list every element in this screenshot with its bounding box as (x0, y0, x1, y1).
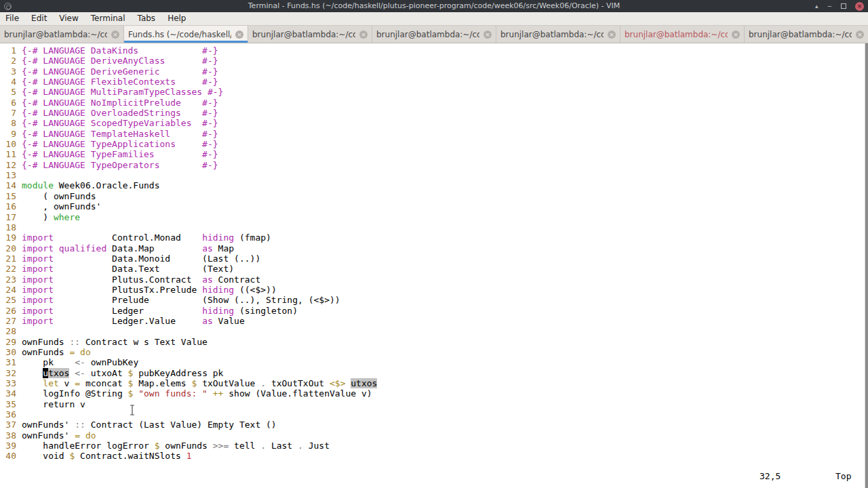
line-number: 17 (0, 212, 16, 222)
menu-view[interactable]: View (53, 12, 84, 25)
code-line: 32 utxos <- utxoAt $ pubKeyAddress pk (0, 368, 864, 378)
line-number: 7 (0, 108, 16, 118)
code-line: 22import Data.Text (Text) (0, 264, 864, 274)
code-text: import qualified Data.Map as Map (22, 243, 234, 253)
code-line: 21import Data.Monoid (Last (..)) (0, 253, 864, 264)
code-text: , ownFunds' (22, 201, 101, 211)
line-number: 28 (0, 326, 16, 336)
line-number: 32 (0, 368, 16, 378)
tab-close-icon[interactable]: × (359, 30, 368, 39)
code-text: handleError logError $ ownFunds >>= tell… (22, 441, 330, 451)
code-line: 30ownFunds = do (0, 347, 864, 357)
code-line: 25import Prelude (Show (..), String, (<$… (0, 295, 864, 305)
menu-tabs[interactable]: Tabs (132, 12, 162, 25)
code-line: 39 handleError logError $ ownFunds >>= t… (0, 441, 864, 451)
code-text: logInfo @String $ "own funds: " ++ show … (22, 388, 372, 399)
tab-shell-4[interactable]: brunjlar@batlambda:~/code/... × (496, 26, 620, 43)
line-number: 39 (0, 441, 16, 451)
code-text: let v = mconcat $ Map.elems $ txOutValue… (22, 378, 377, 388)
code-text: ( ownFunds (22, 191, 96, 201)
close-window-icon[interactable]: × (855, 2, 864, 11)
line-number: 38 (0, 430, 16, 441)
menu-help[interactable]: Help (161, 12, 192, 25)
line-number: 36 (0, 409, 16, 420)
code-text: {-# LANGUAGE DeriveAnyClass #-} (22, 56, 218, 66)
code-text: {-# LANGUAGE TypeOperators #-} (22, 160, 218, 170)
code-text: {-# LANGUAGE DeriveGeneric #-} (22, 66, 218, 77)
code-line: 15 ( ownFunds (0, 191, 864, 201)
window-controls: ▴ − × (815, 0, 864, 12)
code-text: {-# LANGUAGE ScopedTypeVariables #-} (22, 118, 218, 128)
menu-terminal[interactable]: Terminal (85, 12, 132, 25)
line-number: 23 (0, 274, 16, 285)
maximize-window-icon[interactable] (841, 3, 846, 9)
code-line: 6{-# LANGUAGE NoImplicitPrelude #-} (0, 98, 864, 108)
code-line: 3{-# LANGUAGE DeriveGeneric #-} (0, 66, 864, 77)
terminal-window: Terminal - Funds.hs (~/code/haskell/plut… (0, 0, 868, 488)
code-text: import Ledger.Value as Value (22, 316, 245, 326)
line-number: 34 (0, 388, 16, 399)
line-number: 25 (0, 295, 16, 305)
code-text: pk <- ownPubKey (22, 357, 138, 367)
minimize-window-icon[interactable]: − (827, 3, 832, 9)
line-number: 14 (0, 180, 16, 190)
line-number: 9 (0, 129, 16, 139)
code-line: 40 void $ Contract.waitNSlots 1 (0, 451, 864, 461)
line-number: 30 (0, 347, 16, 357)
tab-close-icon[interactable]: × (484, 30, 492, 39)
tab-shell-5-alert[interactable]: brunjlar@batlambda:~/code/... × (620, 26, 745, 43)
line-number: 33 (0, 378, 16, 388)
code-text: {-# LANGUAGE OverloadedStrings #-} (22, 108, 218, 118)
code-text: ownFunds = do (22, 347, 91, 357)
code-line: 17 ) where (0, 212, 864, 222)
code-line: 12{-# LANGUAGE TypeOperators #-} (0, 160, 864, 170)
titlebar: Terminal - Funds.hs (~/code/haskell/plut… (0, 0, 868, 12)
line-number: 8 (0, 118, 16, 128)
code-line: 34 logInfo @String $ "own funds: " ++ sh… (0, 388, 864, 399)
code-text: import PlutusTx.Prelude hiding ((<$>)) (22, 285, 277, 295)
tab-close-icon[interactable]: × (856, 30, 864, 39)
line-number: 11 (0, 149, 16, 159)
code-line: 19import Control.Monad hiding (fmap) (0, 232, 864, 243)
menu-edit[interactable]: Edit (25, 12, 53, 25)
code-text: import Data.Monoid (Last (..)) (22, 253, 260, 264)
code-line: 29ownFunds :: Contract w s Text Value (0, 337, 864, 347)
code-text: {-# LANGUAGE MultiParamTypeClasses #-} (22, 87, 223, 97)
tab-shell-3[interactable]: brunjlar@batlambda:~/code/... × (372, 26, 496, 43)
tab-close-icon[interactable]: × (608, 30, 616, 39)
tab-shell-6[interactable]: brunjlar@batlambda:~/code/... × (745, 26, 868, 43)
code-text: ownFunds' = do (22, 430, 96, 441)
code-text: {-# LANGUAGE DataKinds #-} (22, 45, 218, 56)
line-number: 15 (0, 191, 16, 201)
tab-close-icon[interactable]: × (111, 30, 119, 39)
tab-shell-1[interactable]: brunjlar@batlambda:~/code/... × (0, 26, 124, 43)
code-line: 4{-# LANGUAGE FlexibleContexts #-} (0, 77, 864, 87)
code-line: 26import Ledger hiding (singleton) (0, 306, 864, 316)
code-line: 33 let v = mconcat $ Map.elems $ txOutVa… (0, 378, 864, 388)
tab-funds-hs[interactable]: Funds.hs (~/code/haskell/plu... × (124, 26, 248, 43)
code-text: import Control.Monad hiding (fmap) (22, 232, 271, 243)
shade-window-icon[interactable]: ▴ (815, 3, 818, 9)
tab-shell-2[interactable]: brunjlar@batlambda:~/code/... × (248, 26, 372, 43)
line-number: 16 (0, 201, 16, 211)
code-line: 13 (0, 170, 864, 180)
code-line: 8{-# LANGUAGE ScopedTypeVariables #-} (0, 118, 864, 128)
code-text: ) where (22, 212, 80, 222)
code-line: 37ownFunds' :: Contract (Last Value) Emp… (0, 420, 864, 430)
code-text: {-# LANGUAGE TypeApplications #-} (22, 139, 218, 149)
scrollbar[interactable] (865, 43, 868, 488)
menu-file[interactable]: File (0, 12, 25, 25)
code-line: 27import Ledger.Value as Value (0, 316, 864, 326)
line-number: 4 (0, 77, 16, 87)
code-text: {-# LANGUAGE TypeFamilies #-} (22, 149, 218, 159)
tab-close-icon[interactable]: × (732, 30, 740, 39)
line-number: 26 (0, 306, 16, 316)
vim-editor[interactable]: 1{-# LANGUAGE DataKinds #-}2{-# LANGUAGE… (0, 43, 868, 488)
line-number: 37 (0, 420, 16, 430)
cursor-position: 32,5 (760, 471, 781, 481)
window-title: Terminal - Funds.hs (~/code/haskell/plut… (0, 0, 868, 12)
line-number: 5 (0, 87, 16, 97)
tab-close-icon[interactable]: × (235, 30, 243, 39)
code-text: module Week06.Oracle.Funds (22, 180, 160, 190)
line-number: 2 (0, 56, 16, 66)
